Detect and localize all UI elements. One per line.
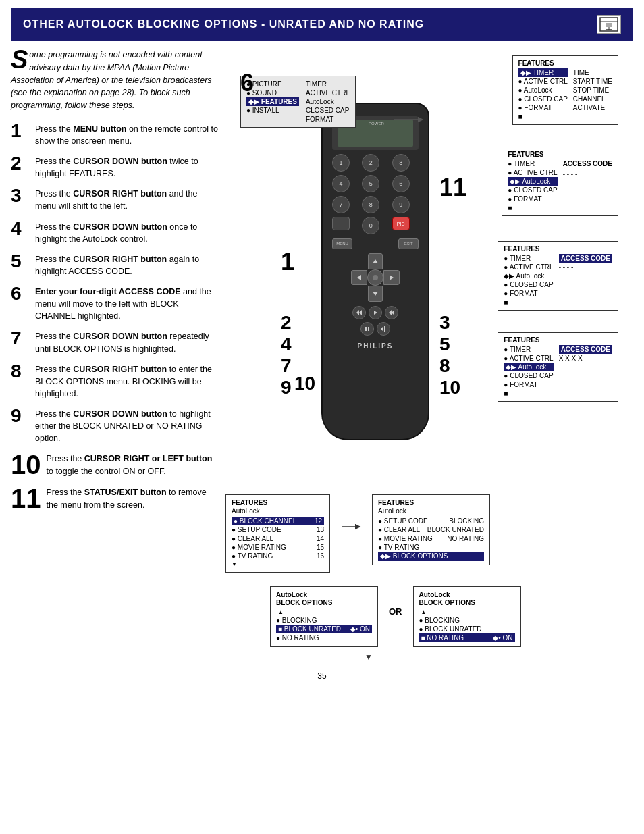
- bom1-subtitle: BLOCK OPTIONS: [276, 599, 372, 606]
- fm1-r-chan: CHANNEL: [573, 95, 612, 103]
- page-number: 35: [0, 666, 644, 686]
- fm3-format: ● FORMAT: [504, 289, 553, 298]
- arrow-between-menus: [341, 494, 361, 532]
- svg-rect-2: [606, 23, 612, 27]
- dpad-center[interactable]: [367, 269, 383, 286]
- btn-2[interactable]: 2: [362, 154, 379, 172]
- step-4-diagram: 4: [281, 334, 292, 355]
- btn-3[interactable]: 3: [392, 154, 410, 172]
- drop-cap: S: [11, 49, 28, 70]
- fm2-access-label: ACCESS CODE: [563, 159, 612, 168]
- svg-marker-12: [374, 311, 377, 315]
- btn-9[interactable]: 9: [392, 196, 410, 213]
- alm2-movie: ● MOVIE RATING NO RATING: [378, 534, 484, 543]
- alm1-clear: ● CLEAR ALL 14: [232, 534, 324, 543]
- step-text-10: Press the CURSOR RIGHT or LEFT button to…: [47, 451, 221, 477]
- step-text-4: Press the CURSOR DOWN button once to hig…: [35, 219, 220, 245]
- menu-right-closed: CLOSED CAP: [306, 106, 350, 115]
- btn-4[interactable]: 4: [332, 175, 350, 192]
- alm1-tv: ● TV RATING 16: [232, 552, 324, 561]
- step-5-diagram: 5: [439, 334, 460, 355]
- step-text-1: Press the MENU button on the remote cont…: [35, 122, 220, 147]
- alm2-clear: ● CLEAR ALL BLOCK UNRATED: [378, 525, 484, 534]
- fm4-timer: ● TIMER: [504, 345, 553, 354]
- alm1-tv-num: 16: [317, 552, 324, 560]
- btn-fwd[interactable]: [385, 306, 398, 319]
- btn-rew[interactable]: [352, 306, 366, 319]
- btn-8[interactable]: 8: [362, 196, 379, 213]
- btn-5[interactable]: 5: [362, 175, 379, 192]
- alm1-setup-label: ● SETUP CODE: [232, 526, 281, 533]
- step-6: 6 Enter your four-digit ACCESS CODE and …: [11, 284, 220, 322]
- btn-sort[interactable]: [332, 217, 350, 230]
- alm1-bc-num: 12: [315, 517, 322, 525]
- bom1-up-arrow: ▲: [278, 609, 284, 615]
- btn-menu[interactable]: MENU: [332, 238, 352, 249]
- left-column: S ome programming is not encoded with co…: [11, 49, 220, 578]
- fm2-format: ● FORMAT: [508, 194, 557, 203]
- bom1-blocking: ● BLOCKING: [276, 616, 372, 625]
- bom2-subtitle: BLOCK OPTIONS: [419, 599, 515, 606]
- right-step-nums: 3 5 8 10: [439, 312, 460, 398]
- transport-row1: [332, 306, 419, 319]
- btn-play[interactable]: [369, 306, 382, 319]
- fm4-access-hl: ACCESS CODE: [559, 345, 612, 354]
- bom1-title: AutoLock: [276, 591, 372, 598]
- step-7-diagram: 7: [281, 355, 292, 377]
- svg-marker-14: [392, 310, 394, 315]
- dpad-left[interactable]: [351, 270, 367, 285]
- step-num-3: 3: [11, 186, 30, 205]
- step-9: 9 Press the CURSOR DOWN button to highli…: [11, 407, 220, 444]
- alm1-bc-label: ● BLOCK CHANNEL: [234, 517, 296, 525]
- step-10: 10 Press the CURSOR RIGHT or LEFT button…: [11, 451, 220, 478]
- btn-0[interactable]: 0: [362, 217, 379, 234]
- btn-picture[interactable]: PIC: [392, 217, 410, 230]
- alm2-features: FEATURES: [378, 499, 484, 506]
- svg-marker-11: [356, 310, 359, 315]
- btn-pause[interactable]: [360, 322, 374, 336]
- step-text-5: Press the CURSOR RIGHT button again to h…: [35, 252, 220, 278]
- svg-rect-15: [365, 327, 367, 331]
- features-menu-1: FEATURES ◆▶ TIMER ● ACTIVE CTRL ● AutoLo…: [512, 55, 618, 125]
- bom1-bu-label: ■ BLOCK UNRATED: [278, 625, 341, 633]
- fm3-access-val: - - - -: [559, 263, 612, 271]
- fm3-closed: ● CLOSED CAP: [504, 280, 553, 289]
- step-3: 3 Press the CURSOR RIGHT button and the …: [11, 186, 220, 212]
- step-1: 1 Press the MENU button on the remote co…: [11, 122, 220, 147]
- alm2-tv: ● TV RATING: [378, 543, 484, 552]
- dpad-up[interactable]: [368, 253, 383, 269]
- btn-exit[interactable]: EXIT: [398, 238, 419, 249]
- step-text-9: Press the CURSOR DOWN button to highligh…: [35, 407, 220, 444]
- alm2-block-unrated: BLOCK UNRATED: [427, 526, 484, 533]
- fm4-access-xxxx: X X X X: [559, 354, 612, 363]
- step-num-7: 7: [11, 329, 30, 348]
- autolock-menu-2: FEATURES AutoLock ● SETUP CODE BLOCKING …: [372, 494, 490, 565]
- btn-6[interactable]: 6: [392, 175, 410, 192]
- dpad-down[interactable]: [368, 286, 383, 302]
- alm1-movie: ● MOVIE RATING 15: [232, 543, 324, 552]
- fm4-title: FEATURES: [504, 336, 612, 344]
- alm1-movie-label: ● MOVIE RATING: [232, 544, 286, 551]
- steps-list: 1 Press the MENU button on the remote co…: [11, 122, 220, 513]
- features-menu-3: FEATURES ● TIMER ● ACTIVE CTRL ◆▶ AutoLo…: [498, 241, 618, 311]
- dpad-right[interactable]: [383, 270, 400, 285]
- alm1-tv-label: ● TV RATING: [232, 552, 273, 560]
- block-opts-menu-2: AutoLock BLOCK OPTIONS ▲ ● BLOCKING ● BL…: [413, 586, 521, 647]
- menu-picture: ● PICTURE: [246, 80, 299, 88]
- fm3-timer: ● TIMER: [504, 254, 553, 263]
- menu-right-format: FORMAT: [306, 115, 350, 124]
- btn-7[interactable]: 7: [332, 196, 350, 213]
- header-icon: [597, 15, 621, 34]
- step-5: 5 Press the CURSOR RIGHT button again to…: [11, 252, 220, 278]
- step-text-6: Enter your four-digit ACCESS CODE and th…: [35, 284, 220, 322]
- btn-1[interactable]: 1: [332, 154, 350, 172]
- bom2-up: ▲: [419, 608, 515, 616]
- step-text-2: Press the CURSOR DOWN button twice to hi…: [35, 154, 220, 180]
- fm1-format: ● FORMAT: [518, 103, 568, 112]
- fm1-r-start: START TIME: [573, 77, 612, 86]
- alm1-setup: ● SETUP CODE 13: [232, 525, 324, 534]
- btn-skip[interactable]: [377, 322, 390, 336]
- bom1-norating: ● NO RATING: [276, 633, 372, 642]
- menu-right-timer: TIMER: [306, 80, 350, 88]
- alm1-blockchan-hl: ● BLOCK CHANNEL 12: [232, 517, 324, 525]
